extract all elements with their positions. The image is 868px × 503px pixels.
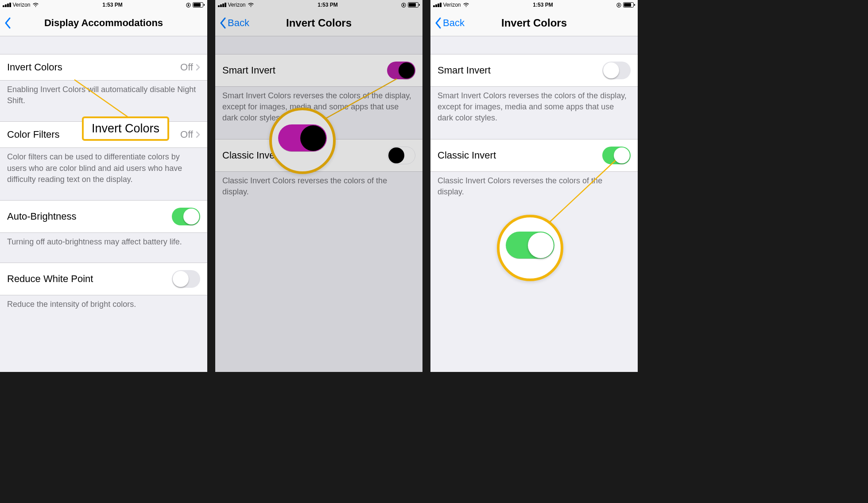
orientation-lock-icon — [186, 3, 191, 8]
auto-brightness-toggle[interactable] — [172, 208, 200, 225]
nav-title: Display Accommodations — [0, 17, 207, 29]
toggle-icon — [506, 232, 554, 259]
status-bar: Verizon 1:53 PM — [215, 0, 422, 10]
classic-invert-toggle[interactable] — [387, 147, 415, 164]
smart-invert-row: Smart Invert — [430, 54, 638, 87]
signal-icon — [3, 3, 11, 7]
screen-invert-colors-classic: Verizon 1:53 PM Back Invert Colors Smart… — [430, 0, 638, 372]
chevron-right-icon — [196, 64, 200, 71]
smart-invert-toggle[interactable] — [602, 62, 631, 79]
chevron-left-icon — [219, 16, 227, 30]
screen-invert-colors-smart: Verizon 1:53 PM Back Invert Colors Smart… — [215, 0, 422, 372]
nav-bar: Back Invert Colors — [430, 10, 638, 36]
row-label: Smart Invert — [222, 65, 275, 76]
auto-brightness-footer: Turning off auto-brightness may affect b… — [0, 233, 207, 255]
invert-colors-row[interactable]: Invert Colors Off — [0, 54, 207, 81]
classic-invert-row: Classic Invert — [430, 139, 638, 172]
callout-classic-invert-toggle — [497, 215, 563, 281]
chevron-left-icon — [434, 16, 442, 30]
callout-invert-colors: Invert Colors — [82, 116, 169, 141]
wifi-icon — [32, 3, 39, 8]
carrier-label: Verizon — [443, 2, 461, 8]
nav-bar: Back Invert Colors — [215, 10, 422, 36]
reduce-white-point-row: Reduce White Point — [0, 263, 207, 295]
back-button[interactable] — [4, 16, 12, 30]
signal-icon — [218, 3, 226, 7]
row-value: Off — [180, 62, 193, 73]
chevron-left-icon — [4, 16, 12, 30]
status-bar: Verizon 1:53 PM — [430, 0, 638, 10]
smart-invert-toggle[interactable] — [387, 62, 415, 79]
back-button[interactable]: Back — [219, 16, 249, 30]
toggle-icon — [278, 124, 327, 152]
carrier-label: Verizon — [13, 2, 31, 8]
svg-rect-4 — [403, 4, 404, 6]
wifi-icon — [463, 3, 469, 8]
reduce-white-point-footer: Reduce the intensity of bright colors. — [0, 295, 207, 317]
time-label: 1:53 PM — [102, 2, 122, 8]
time-label: 1:53 PM — [318, 2, 337, 8]
invert-colors-footer: Enabling Invert Colors will automaticall… — [0, 81, 207, 113]
battery-icon — [193, 2, 205, 8]
orientation-lock-icon — [616, 3, 621, 8]
orientation-lock-icon — [401, 3, 406, 8]
battery-icon — [408, 2, 420, 8]
back-button[interactable]: Back — [434, 16, 465, 30]
classic-invert-footer: Classic Invert Colors reverses the color… — [215, 172, 422, 205]
row-label: Auto-Brightness — [7, 211, 77, 222]
auto-brightness-row: Auto-Brightness — [0, 200, 207, 233]
row-label: Classic Invert — [438, 150, 496, 161]
classic-invert-toggle[interactable] — [602, 147, 631, 164]
row-label: Reduce White Point — [7, 273, 93, 285]
svg-rect-7 — [618, 4, 620, 6]
back-label: Back — [443, 17, 465, 29]
smart-invert-row: Smart Invert — [215, 54, 422, 87]
row-label: Color Filters — [7, 129, 60, 140]
carrier-label: Verizon — [228, 2, 246, 8]
back-label: Back — [228, 17, 249, 29]
time-label: 1:53 PM — [533, 2, 553, 8]
row-value: Off — [180, 129, 193, 140]
row-label: Smart Invert — [438, 65, 491, 76]
signal-icon — [433, 3, 442, 7]
screen-display-accommodations: Verizon 1:53 PM Display Accommodations I… — [0, 0, 207, 372]
nav-bar: Display Accommodations — [0, 10, 207, 36]
svg-rect-1 — [188, 4, 189, 6]
battery-icon — [623, 2, 635, 8]
smart-invert-footer: Smart Invert Colors reverses the colors … — [430, 87, 638, 131]
chevron-right-icon — [196, 131, 200, 138]
reduce-white-point-toggle[interactable] — [172, 270, 200, 288]
classic-invert-footer: Classic Invert Colors reverses the color… — [430, 172, 638, 205]
color-filters-footer: Color filters can be used to differentia… — [0, 148, 207, 192]
row-label: Invert Colors — [7, 62, 62, 73]
wifi-icon — [248, 3, 254, 8]
callout-smart-invert-toggle — [269, 108, 336, 174]
status-bar: Verizon 1:53 PM — [0, 0, 207, 10]
